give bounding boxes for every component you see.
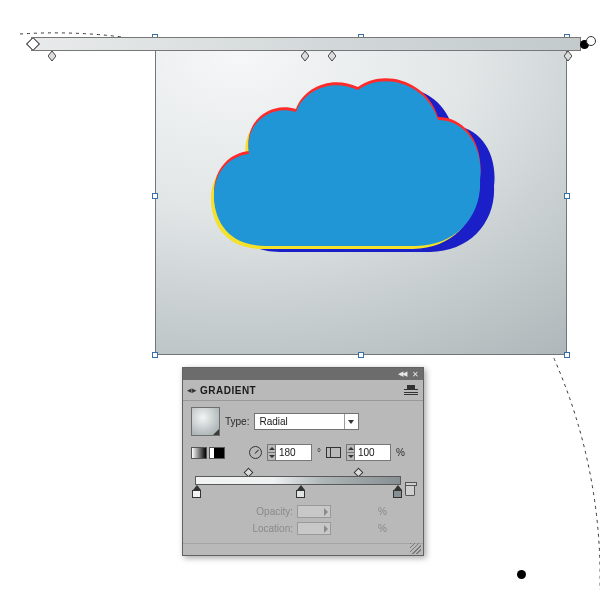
- color-stop-3[interactable]: [393, 485, 402, 498]
- svg-marker-2: [328, 51, 336, 61]
- type-label: Type:: [225, 416, 249, 427]
- svg-marker-1: [301, 51, 309, 61]
- gradient-swatch[interactable]: [191, 407, 220, 436]
- location-label: Location:: [241, 523, 293, 534]
- location-unit: %: [335, 523, 387, 534]
- selection-handle-bl[interactable]: [152, 352, 158, 358]
- angle-value: 180: [279, 447, 296, 458]
- svg-marker-0: [48, 51, 56, 61]
- arc-end-handle[interactable]: [517, 570, 526, 579]
- annotator-stop-1[interactable]: [48, 47, 56, 57]
- panel-title-label: GRADIENT: [200, 385, 256, 396]
- selection-handle-br[interactable]: [564, 352, 570, 358]
- disclosure-icon[interactable]: ◂▸: [187, 385, 197, 395]
- gradient-end-ring[interactable]: [586, 36, 596, 46]
- annotator-stop-3[interactable]: [328, 47, 336, 57]
- gradient-panel: ◀◀ ✕ ◂▸ GRADIENT Type: Radial: [182, 367, 424, 556]
- color-stop-1[interactable]: [192, 485, 201, 498]
- angle-spinner[interactable]: [267, 444, 276, 461]
- cloud-shape[interactable]: [200, 76, 490, 268]
- aspect-value: 100: [358, 447, 375, 458]
- selection-handle-bm[interactable]: [358, 352, 364, 358]
- flyout-menu-icon[interactable]: [404, 385, 418, 395]
- angle-unit: °: [317, 447, 321, 458]
- collapse-icon[interactable]: ◀◀: [398, 370, 406, 378]
- panel-header[interactable]: ◂▸ GRADIENT: [183, 380, 423, 401]
- type-value: Radial: [259, 416, 287, 427]
- aspect-ratio-icon: [326, 447, 341, 458]
- opacity-field: [297, 505, 331, 518]
- panel-resize-grip[interactable]: [183, 543, 423, 555]
- aspect-spinner[interactable]: [346, 444, 355, 461]
- aspect-field[interactable]: 100: [346, 444, 391, 461]
- gradient-origin-handle[interactable]: [26, 37, 40, 51]
- angle-icon: [249, 446, 262, 459]
- close-icon[interactable]: ✕: [412, 370, 419, 379]
- selection-handle-ml[interactable]: [152, 193, 158, 199]
- angle-field[interactable]: 180: [267, 444, 312, 461]
- color-stop-2[interactable]: [296, 485, 305, 498]
- panel-titlebar[interactable]: ◀◀ ✕: [183, 368, 423, 380]
- annotator-stop-4[interactable]: [564, 47, 572, 57]
- gradient-slider[interactable]: [191, 469, 415, 501]
- selection-handle-mr[interactable]: [564, 193, 570, 199]
- location-field: [297, 522, 331, 535]
- trash-icon[interactable]: [405, 484, 415, 496]
- chevron-down-icon: [344, 414, 356, 429]
- svg-marker-3: [564, 51, 572, 61]
- gradient-annotator-bar[interactable]: [31, 37, 581, 51]
- opacity-label: Opacity:: [241, 506, 293, 517]
- gradient-ramp[interactable]: [195, 476, 401, 485]
- opacity-unit: %: [335, 506, 387, 517]
- gradient-fill-icon[interactable]: [191, 447, 207, 459]
- annotator-stop-2[interactable]: [301, 47, 309, 57]
- type-dropdown[interactable]: Radial: [254, 413, 359, 430]
- aspect-unit: %: [396, 447, 405, 458]
- reverse-gradient-icon[interactable]: [209, 447, 225, 459]
